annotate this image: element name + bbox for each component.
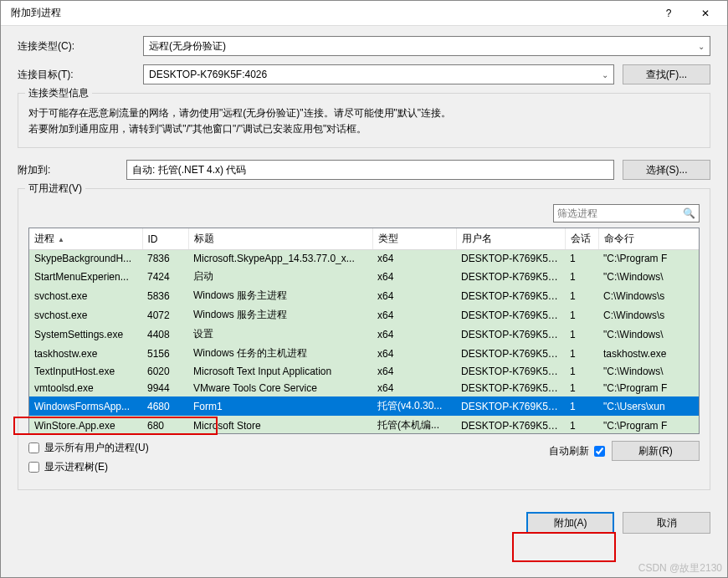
attach-to-value: 自动: 托管(.NET 4.x) 代码 xyxy=(132,163,246,177)
question-icon: ? xyxy=(666,8,672,19)
annotation-box xyxy=(512,532,616,562)
table-row[interactable]: WinStore.App.exe680Microsoft Store托管(本机编… xyxy=(29,416,700,434)
cell-proc: SystemSettings.exe xyxy=(29,325,142,344)
col-title[interactable]: 标题 xyxy=(188,228,372,250)
auto-refresh-input[interactable] xyxy=(594,446,605,457)
cell-type: x64 xyxy=(372,286,456,305)
auto-refresh-checkbox[interactable]: 自动刷新 xyxy=(549,444,605,458)
cell-type: x64 xyxy=(372,363,456,380)
cell-id: 7424 xyxy=(142,267,188,286)
refresh-button[interactable]: 刷新(R) xyxy=(612,441,700,461)
cell-sess: 1 xyxy=(565,396,598,416)
cell-title: 启动 xyxy=(188,267,372,286)
cell-cmd: C:\Windows\s xyxy=(598,286,700,305)
window-title: 附加到进程 xyxy=(4,6,650,20)
table-row[interactable]: taskhostw.exe5156Windows 任务的主机进程x64DESKT… xyxy=(29,344,700,363)
cell-title: Windows 服务主进程 xyxy=(188,286,372,305)
show-all-users-checkbox[interactable]: 显示所有用户的进程(U) xyxy=(28,441,149,455)
filter-processes-input[interactable]: 筛选进程 🔍 xyxy=(553,204,700,223)
table-row[interactable]: SystemSettings.exe4408设置x64DESKTOP-K769K… xyxy=(29,325,700,344)
attach-button[interactable]: 附加(A) xyxy=(526,512,614,534)
select-button[interactable]: 选择(S)... xyxy=(623,160,710,180)
cell-type: x64 xyxy=(372,344,456,363)
cell-proc: svchost.exe xyxy=(29,305,142,325)
cancel-button[interactable]: 取消 xyxy=(623,512,710,534)
connection-type-value: 远程(无身份验证) xyxy=(149,39,226,54)
watermark: CSDN @故里2130 xyxy=(638,561,722,575)
cell-title: Microsoft.SkypeApp_14.53.77.0_x... xyxy=(188,250,372,268)
col-session[interactable]: 会话 xyxy=(565,228,598,250)
col-process[interactable]: 进程▲ xyxy=(29,228,142,250)
help-button[interactable]: ? xyxy=(650,3,687,24)
chevron-down-icon: ⌄ xyxy=(602,70,608,79)
auto-refresh-label: 自动刷新 xyxy=(549,444,589,458)
col-user[interactable]: 用户名 xyxy=(456,228,565,250)
col-type[interactable]: 类型 xyxy=(372,228,456,250)
cell-id: 4072 xyxy=(142,305,188,325)
attach-to-text: 自动: 托管(.NET 4.x) 代码 xyxy=(126,160,614,180)
info-text-1: 对于可能存在恶意刷流量的网络，请勿使用"远程(无身份验证)"连接。请尽可能使用"… xyxy=(28,105,700,121)
table-row[interactable]: svchost.exe4072Windows 服务主进程x64DESKTOP-K… xyxy=(29,305,700,325)
cell-sess: 1 xyxy=(565,380,598,396)
dialog-footer: 附加(A) 取消 xyxy=(1,504,727,534)
cell-user: DESKTOP-K769K5F... xyxy=(456,363,565,380)
cell-title: 设置 xyxy=(188,325,372,344)
connection-target-label: 连接目标(T): xyxy=(18,68,135,82)
available-processes-group: 可用进程(V) 筛选进程 🔍 进程▲ ID 标题 类型 用户名 xyxy=(18,188,710,490)
cell-user: DESKTOP-K769K5F... xyxy=(456,325,565,344)
search-placeholder: 筛选进程 xyxy=(557,207,597,221)
cell-sess: 1 xyxy=(565,250,598,268)
show-all-users-label: 显示所有用户的进程(U) xyxy=(44,441,149,455)
show-all-users-input[interactable] xyxy=(28,442,39,453)
cell-type: 托管(本机编... xyxy=(372,416,456,434)
cell-id: 5156 xyxy=(142,344,188,363)
show-process-tree-checkbox[interactable]: 显示进程树(E) xyxy=(28,460,149,474)
find-button[interactable]: 查找(F)... xyxy=(623,64,710,84)
table-header-row: 进程▲ ID 标题 类型 用户名 会话 命令行 xyxy=(29,228,700,250)
table-row[interactable]: TextInputHost.exe6020Microsoft Text Inpu… xyxy=(29,363,700,380)
cell-id: 5836 xyxy=(142,286,188,305)
cell-id: 680 xyxy=(142,416,188,434)
cell-title: Form1 xyxy=(188,396,372,416)
cell-cmd: "C:\Program F xyxy=(598,250,700,268)
cell-type: x64 xyxy=(372,380,456,396)
close-icon: ✕ xyxy=(701,8,710,19)
cell-type: x64 xyxy=(372,250,456,268)
table-row[interactable]: StartMenuExperien...7424启动x64DESKTOP-K76… xyxy=(29,267,700,286)
cell-cmd: "C:\Program F xyxy=(598,380,700,396)
connection-type-info-group: 连接类型信息 对于可能存在恶意刷流量的网络，请勿使用"远程(无身份验证)"连接。… xyxy=(18,93,710,148)
cell-proc: taskhostw.exe xyxy=(29,344,142,363)
cell-sess: 1 xyxy=(565,363,598,380)
cell-sess: 1 xyxy=(565,305,598,325)
sort-up-icon: ▲ xyxy=(58,236,64,243)
col-commandline[interactable]: 命令行 xyxy=(598,228,700,250)
cell-type: x64 xyxy=(372,267,456,286)
cell-sess: 1 xyxy=(565,416,598,434)
connection-type-label: 连接类型(C): xyxy=(18,39,135,54)
cell-id: 6020 xyxy=(142,363,188,380)
search-icon: 🔍 xyxy=(683,207,695,219)
connection-type-combo[interactable]: 远程(无身份验证) ⌄ xyxy=(143,36,710,56)
close-button[interactable]: ✕ xyxy=(687,3,724,24)
table-row[interactable]: svchost.exe5836Windows 服务主进程x64DESKTOP-K… xyxy=(29,286,700,305)
cell-proc: SkypeBackgroundH... xyxy=(29,250,142,268)
cell-cmd: "C:\Windows\ xyxy=(598,363,700,380)
cell-sess: 1 xyxy=(565,286,598,305)
table-row[interactable]: vmtoolsd.exe9944VMware Tools Core Servic… xyxy=(29,380,700,396)
cell-cmd: "C:\Windows\ xyxy=(598,325,700,344)
available-processes-legend: 可用进程(V) xyxy=(25,182,85,196)
connection-target-combo[interactable]: DESKTOP-K769K5F:4026 ⌄ xyxy=(143,64,614,84)
cell-user: DESKTOP-K769K5F... xyxy=(456,267,565,286)
show-process-tree-label: 显示进程树(E) xyxy=(44,460,108,474)
cell-title: Windows 服务主进程 xyxy=(188,305,372,325)
cell-cmd: taskhostw.exe xyxy=(598,344,700,363)
cell-type: 托管(v4.0.30... xyxy=(372,396,456,416)
cell-sess: 1 xyxy=(565,325,598,344)
show-process-tree-input[interactable] xyxy=(28,462,39,473)
table-row[interactable]: SkypeBackgroundH...7836Microsoft.SkypeAp… xyxy=(29,250,700,268)
col-id[interactable]: ID xyxy=(142,228,188,250)
info-text-2: 若要附加到通用应用，请转到"调试"/"其他窗口"/"调试已安装应用包"对话框。 xyxy=(28,121,700,137)
process-table-wrap[interactable]: 进程▲ ID 标题 类型 用户名 会话 命令行 SkypeBackgroundH… xyxy=(28,228,700,434)
table-row[interactable]: WindowsFormsApp...4680Form1托管(v4.0.30...… xyxy=(29,396,700,416)
dialog-content: 连接类型(C): 远程(无身份验证) ⌄ 连接目标(T): DESKTOP-K7… xyxy=(1,26,727,504)
